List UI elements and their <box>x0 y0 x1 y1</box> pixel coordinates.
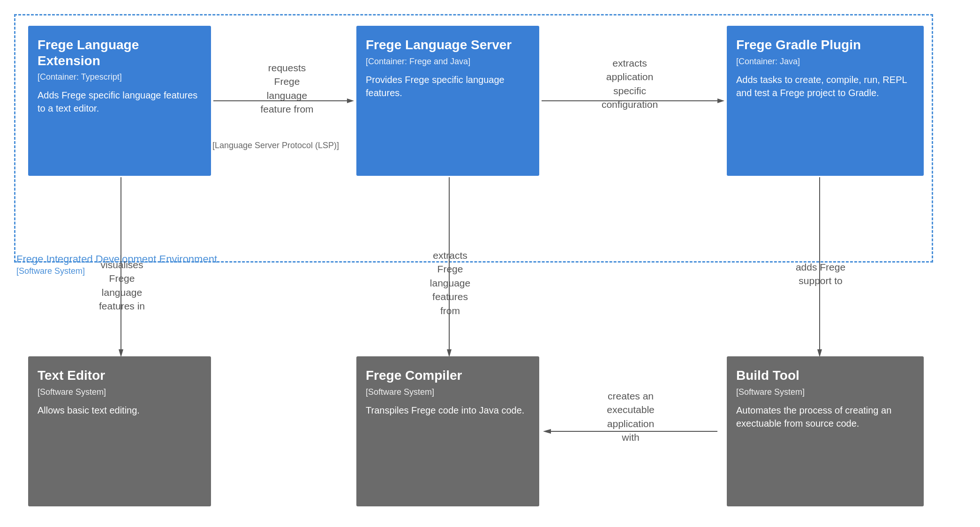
fc-subtitle: [Software System] <box>366 387 530 397</box>
fle-subtitle: [Container: Typescript] <box>38 72 202 82</box>
te-title: Text Editor <box>38 368 202 384</box>
bt-box: Build Tool [Software System] Automates t… <box>727 356 924 506</box>
te-desc: Allows basic text editing. <box>38 404 202 417</box>
bt-subtitle: [Software System] <box>736 387 914 397</box>
arrow-label-lsp: requestsFregelanguagefeature from <box>221 61 353 116</box>
svg-marker-11 <box>543 429 551 434</box>
arrow-label-extract-features: extractsFregelanguagefeaturesfrom <box>394 248 506 317</box>
te-subtitle: [Software System] <box>38 387 202 397</box>
fle-box: Frege LanguageExtension [Container: Type… <box>28 26 211 176</box>
fgp-title: Frege Gradle Plugin <box>736 37 914 53</box>
fls-subtitle: [Container: Frege and Java] <box>366 57 530 67</box>
bt-title: Build Tool <box>736 368 914 384</box>
fc-box: Frege Compiler [Software System] Transpi… <box>356 356 539 506</box>
arrow-label-visualises: visualisesFregelanguagefeatures in <box>56 258 188 313</box>
fgp-subtitle: [Container: Java] <box>736 57 914 67</box>
fgp-desc: Adds tasks to create, compile, run, REPL… <box>736 73 914 99</box>
fls-title: Frege Language Server <box>366 37 530 53</box>
arrow-label-creates-exe: creates anexecutableapplicationwith <box>565 389 696 444</box>
fls-box: Frege Language Server [Container: Frege … <box>356 26 539 176</box>
bt-desc: Automates the process of creating an exe… <box>736 404 914 430</box>
diagram-container: Frege Integrated Development Environment… <box>0 0 980 527</box>
arrow-label-extract-config: extractsapplicationspecificconfiguration <box>555 56 705 112</box>
fle-title: Frege LanguageExtension <box>38 37 202 68</box>
fc-desc: Transpiles Frege code into Java code. <box>366 404 530 417</box>
arrow-label-lsp-protocol: [Language Server Protocol (LSP)] <box>196 140 355 151</box>
arrow-label-adds-frege: adds Fregesupport to <box>760 260 882 288</box>
fc-title: Frege Compiler <box>366 368 530 384</box>
fls-desc: Provides Frege specific language feature… <box>366 73 530 99</box>
fle-desc: Adds Frege specific language features to… <box>38 89 202 115</box>
fgp-box: Frege Gradle Plugin [Container: Java] Ad… <box>727 26 924 176</box>
te-box: Text Editor [Software System] Allows bas… <box>28 356 211 506</box>
